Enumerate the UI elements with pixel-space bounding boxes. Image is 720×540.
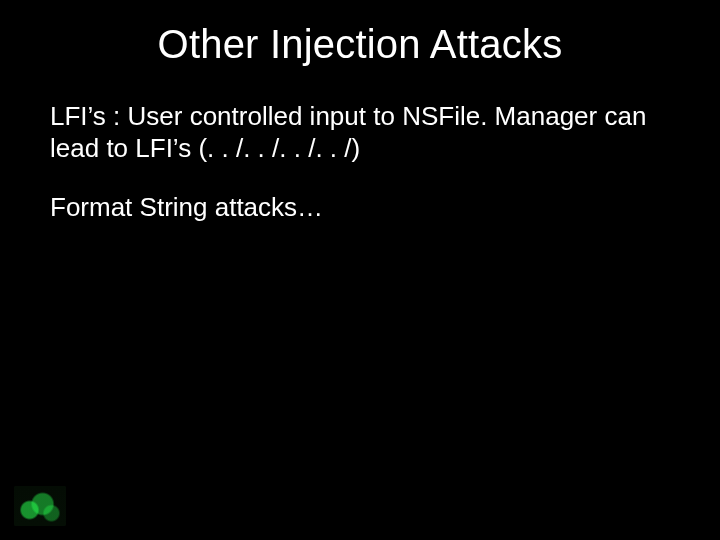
- slide-title: Other Injection Attacks: [0, 0, 720, 67]
- paragraph-format-string: Format String attacks…: [50, 192, 670, 224]
- paragraph-lfi: LFI’s : User controlled input to NSFile.…: [50, 101, 670, 164]
- slide: Other Injection Attacks LFI’s : User con…: [0, 0, 720, 540]
- slide-body: LFI’s : User controlled input to NSFile.…: [0, 67, 720, 224]
- logo-icon: [14, 486, 66, 526]
